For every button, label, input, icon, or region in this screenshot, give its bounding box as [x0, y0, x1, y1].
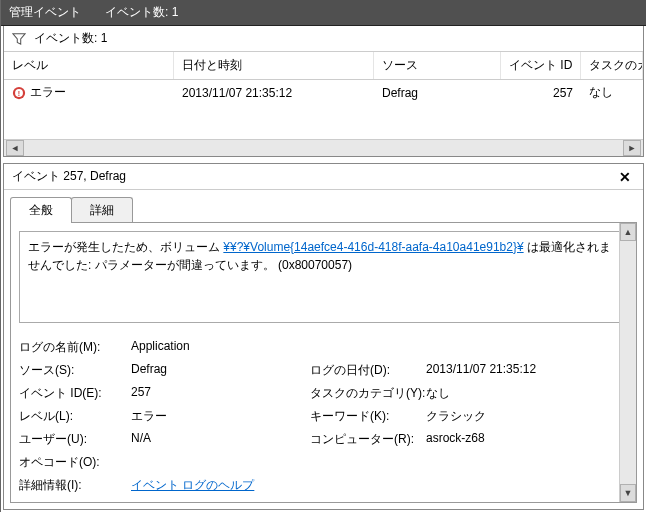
level-value: エラー: [131, 408, 306, 425]
filter-count: イベント数: 1: [34, 30, 107, 47]
log-name-value: Application: [131, 339, 306, 356]
title-count: イベント数: 1: [105, 4, 178, 21]
tab-body-general: エラーが発生したため、ボリューム ¥¥?¥Volume{14aefce4-416…: [10, 222, 637, 503]
opcode-value: [131, 454, 306, 471]
task-cat-value: なし: [426, 385, 628, 402]
detail-title: イベント 257, Defrag: [12, 168, 126, 185]
tab-details[interactable]: 詳細: [71, 197, 133, 223]
vertical-scrollbar[interactable]: ▲ ▼: [619, 223, 636, 502]
event-id-value: 257: [131, 385, 306, 402]
header-datetime[interactable]: 日付と時刻: [174, 52, 374, 79]
keyword-label: キーワード(K):: [310, 408, 422, 425]
scroll-left-button[interactable]: ◄: [6, 140, 24, 156]
source-label: ソース(S):: [19, 362, 127, 379]
event-id-label: イベント ID(E):: [19, 385, 127, 402]
cell-task: なし: [581, 80, 643, 105]
header-level[interactable]: レベル: [4, 52, 174, 79]
detail-panel: イベント 257, Defrag ✕ 全般 詳細 エラーが発生したため、ボリュー…: [3, 163, 644, 510]
scroll-up-button[interactable]: ▲: [620, 223, 636, 241]
header-source[interactable]: ソース: [374, 52, 501, 79]
user-value: N/A: [131, 431, 306, 448]
filter-icon[interactable]: [12, 33, 26, 45]
filter-row: イベント数: 1: [4, 26, 643, 52]
cell-level: ! エラー: [4, 80, 174, 105]
cell-source: Defrag: [374, 82, 501, 104]
tab-general[interactable]: 全般: [10, 197, 72, 223]
close-icon[interactable]: ✕: [615, 169, 635, 185]
computer-value: asrock-z68: [426, 431, 628, 448]
detail-header: イベント 257, Defrag ✕: [4, 164, 643, 190]
message-box: エラーが発生したため、ボリューム ¥¥?¥Volume{14aefce4-416…: [19, 231, 628, 323]
scroll-right-button[interactable]: ►: [623, 140, 641, 156]
log-date-label: ログの日付(D):: [310, 362, 422, 379]
opcode-label: オペコード(O):: [19, 454, 127, 471]
source-value: Defrag: [131, 362, 306, 379]
error-icon: !: [12, 86, 26, 100]
properties-grid: ログの名前(M): Application ソース(S): Defrag ログの…: [19, 339, 628, 494]
title-bar: 管理イベント イベント数: 1: [1, 0, 646, 26]
event-log-help-link[interactable]: イベント ログのヘルプ: [131, 478, 254, 492]
message-pre: エラーが発生したため、ボリューム: [28, 240, 223, 254]
level-label: レベル(L):: [19, 408, 127, 425]
column-headers: レベル 日付と時刻 ソース イベント ID タスクのカテ: [4, 52, 643, 80]
header-event-id[interactable]: イベント ID: [501, 52, 581, 79]
svg-text:!: !: [18, 89, 20, 96]
header-task[interactable]: タスクのカテ: [581, 52, 643, 79]
keyword-value: クラシック: [426, 408, 628, 425]
moreinfo-label: 詳細情報(I):: [19, 477, 127, 494]
event-list-panel: イベント数: 1 レベル 日付と時刻 ソース イベント ID タスクのカテ ! …: [3, 26, 644, 157]
table-row[interactable]: ! エラー 2013/11/07 21:35:12 Defrag 257 なし: [4, 80, 643, 105]
task-cat-label: タスクのカテゴリ(Y):: [310, 385, 422, 402]
volume-link[interactable]: ¥¥?¥Volume{14aefce4-416d-418f-aafa-4a10a…: [223, 240, 523, 254]
tab-row: 全般 詳細: [4, 190, 643, 222]
cell-level-text: エラー: [30, 85, 66, 99]
cell-event-id: 257: [501, 82, 581, 104]
horizontal-scrollbar[interactable]: ◄ ►: [4, 139, 643, 156]
log-date-value: 2013/11/07 21:35:12: [426, 362, 628, 379]
cell-datetime: 2013/11/07 21:35:12: [174, 82, 374, 104]
event-viewer-window: 管理イベント イベント数: 1 イベント数: 1 レベル 日付と時刻 ソース イ…: [0, 0, 646, 512]
computer-label: コンピューター(R):: [310, 431, 422, 448]
user-label: ユーザー(U):: [19, 431, 127, 448]
title-text: 管理イベント: [9, 4, 81, 21]
scroll-down-button[interactable]: ▼: [620, 484, 636, 502]
log-name-label: ログの名前(M):: [19, 339, 127, 356]
